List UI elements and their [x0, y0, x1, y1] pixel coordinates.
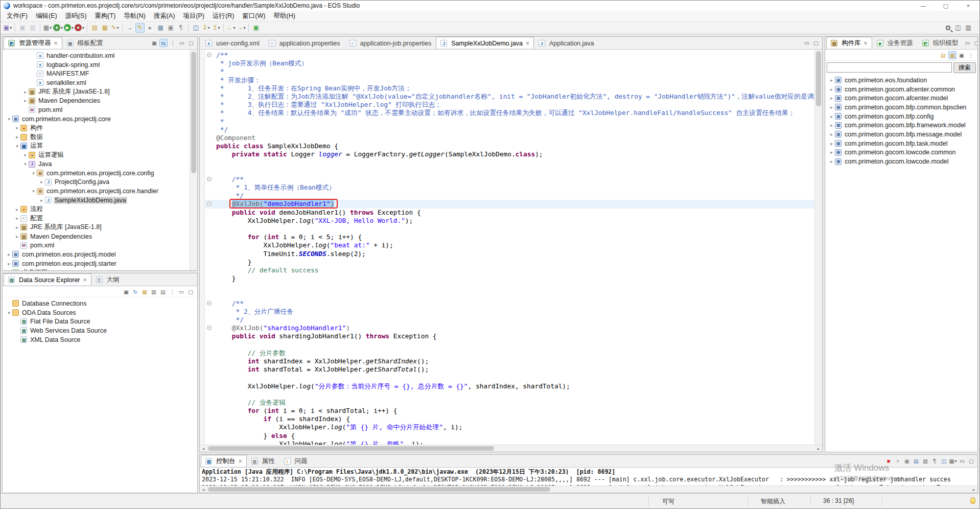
- scrollbar-thumb[interactable]: [208, 446, 494, 451]
- code-line[interactable]: // default success: [205, 266, 814, 274]
- scroll-right-arrow-icon[interactable]: ▸: [815, 445, 822, 452]
- code-line[interactable]: int shardIndex = XxlJobHelper.getShardIn…: [205, 357, 814, 365]
- tab-samplexxljobdemo[interactable]: JSampleXxlJobDemo.java×: [436, 37, 534, 49]
- new-folder-button[interactable]: ▤: [90, 23, 99, 33]
- remove-launch-button[interactable]: ×: [894, 457, 902, 465]
- tree-item[interactable]: ◆业务资源: [3, 268, 197, 271]
- collapse-all-button[interactable]: ▣: [122, 288, 130, 296]
- scroll-left-arrow-icon[interactable]: ◂: [200, 486, 207, 493]
- expander-icon[interactable]: ▾: [14, 144, 20, 149]
- expander-icon[interactable]: ▸: [22, 89, 29, 95]
- expander-icon[interactable]: ▸: [38, 198, 45, 203]
- expander-icon[interactable]: ▸: [828, 96, 835, 101]
- collapse-all-button[interactable]: ▣: [958, 51, 966, 59]
- group-by-project-button[interactable]: ▤: [939, 51, 947, 59]
- code-editor[interactable]: −/** * job开发示例（Bean模式） * * 开发步骤： * 1、任务开…: [205, 50, 814, 445]
- close-icon[interactable]: ×: [54, 40, 58, 47]
- expander-icon[interactable]: ▸: [828, 123, 835, 128]
- menu-refactor[interactable]: 重构(T): [90, 11, 120, 21]
- code-line[interactable]: [205, 390, 814, 399]
- tab-problems[interactable]: !问题: [279, 455, 312, 467]
- tree-item[interactable]: ▾⊞com.primeton.eos.projectlj.core.handle…: [3, 187, 197, 196]
- minimize-view-button[interactable]: ▭: [177, 288, 185, 296]
- view-menu-button[interactable]: ⋮: [168, 288, 176, 296]
- tab-business-resource[interactable]: ◆业务资源: [872, 37, 918, 49]
- tree-item[interactable]: ▸数据: [3, 132, 197, 142]
- code-line[interactable]: */: [205, 316, 814, 324]
- expander-icon[interactable]: ▸: [828, 159, 835, 164]
- tree-item[interactable]: ▾⊞com.primeton.eos.projectlj.core.config: [3, 169, 197, 178]
- code-line[interactable]: XxlJobHelper.log("第 {} 片, 命中分片开始处理", i);: [205, 423, 814, 431]
- code-line[interactable]: XxlJobHelper.log("XXL-JOB, Hello World."…: [205, 217, 814, 225]
- code-line[interactable]: −/**: [205, 51, 814, 59]
- code-line[interactable]: }: [205, 258, 814, 266]
- minimize-button[interactable]: —: [912, 1, 935, 11]
- close-icon[interactable]: ×: [526, 40, 529, 47]
- group-by-category-button[interactable]: ▦: [948, 51, 956, 59]
- menu-project[interactable]: 项目(P): [179, 11, 208, 21]
- expander-icon[interactable]: ▸: [14, 134, 20, 140]
- code-line[interactable]: [205, 283, 814, 291]
- console-output[interactable]: Application [Java 应用程序] C:\Program Files…: [200, 468, 977, 485]
- code-line[interactable]: int shardTotal = XxlJobHelper.getShardTo…: [205, 365, 814, 374]
- menu-window[interactable]: 窗口(W): [238, 11, 269, 21]
- tree-item[interactable]: ▸●流程: [3, 205, 197, 214]
- tree-item[interactable]: ▸▤Maven Dependencies: [3, 96, 197, 105]
- quick-search-icon[interactable]: [943, 23, 952, 33]
- tree-item[interactable]: ▾⊞com.primeton.eos.projectlj.core: [3, 114, 197, 124]
- tree-item[interactable]: ▥Web Services Data Source: [3, 326, 197, 335]
- tree-item[interactable]: ▸▤JRE 系统库 [JavaSE-1.8]: [3, 223, 197, 232]
- expander-icon[interactable]: ▸: [14, 225, 20, 230]
- terminate-button[interactable]: ■: [884, 457, 893, 465]
- scroll-left-arrow-icon[interactable]: ◂: [200, 445, 207, 452]
- tree-item[interactable]: ▥XML Data Source: [3, 335, 197, 344]
- tab-user-config[interactable]: xuser-config.xml: [201, 37, 264, 49]
- tree-item[interactable]: xlogback-spring.xml: [3, 60, 197, 70]
- tree-item[interactable]: ▸⊞com.primeton.gocom.bfp.framework.model: [825, 121, 977, 130]
- java-perspective-button[interactable]: ▥: [964, 23, 973, 33]
- expander-icon[interactable]: ▸: [828, 150, 835, 155]
- tab-outline[interactable]: ☰大纲: [91, 273, 124, 286]
- mark-occurrences-button[interactable]: ✎: [135, 23, 145, 33]
- console-horizontal-scrollbar[interactable]: ◂ ▸: [200, 485, 977, 493]
- pilcrow-button[interactable]: ¶: [176, 23, 185, 33]
- explorer-scrollbar[interactable]: [190, 50, 197, 270]
- expander-icon[interactable]: ▸: [828, 87, 835, 92]
- view-menu-button[interactable]: ⋮: [169, 39, 177, 47]
- code-line[interactable]: [205, 158, 814, 167]
- maximize-view-button[interactable]: ▢: [186, 288, 195, 296]
- expander-icon[interactable]: ▸: [14, 234, 20, 239]
- open-resource-button[interactable]: ▦: [100, 23, 109, 33]
- tree-item[interactable]: Mpom.xml: [3, 105, 197, 114]
- code-line[interactable]: } else {: [205, 432, 814, 440]
- maximize-view-button[interactable]: ▢: [187, 39, 195, 47]
- tab-template-config[interactable]: ▦模板配置: [62, 37, 108, 49]
- code-line[interactable]: * 2、分片广播任务: [205, 308, 814, 316]
- close-icon[interactable]: ×: [83, 276, 87, 284]
- fold-collapse-icon[interactable]: −: [207, 201, 212, 206]
- link-editor-button[interactable]: ⇆: [159, 39, 168, 47]
- fold-collapse-icon[interactable]: −: [207, 53, 212, 57]
- link-button[interactable]: ✎▾: [110, 23, 120, 33]
- collapse-all-button[interactable]: ▣: [150, 39, 158, 47]
- maximize-button[interactable]: ▢: [935, 1, 957, 11]
- code-line[interactable]: XxlJobHelper.log("第 {} 片, 忽略", i);: [205, 440, 814, 445]
- fold-collapse-icon[interactable]: −: [207, 326, 212, 330]
- fold-collapse-icon[interactable]: −: [207, 177, 212, 181]
- close-icon[interactable]: ×: [239, 458, 242, 465]
- scrollbar-thumb[interactable]: [208, 487, 550, 492]
- code-line[interactable]: public void demoJobHandler1() throws Exc…: [205, 209, 814, 217]
- fold-collapse-icon[interactable]: −: [207, 301, 212, 306]
- expander-icon[interactable]: ▸: [828, 114, 835, 119]
- sort-button[interactable]: ▤: [159, 288, 167, 296]
- code-line[interactable]: * 4、任务结果：默认任务结果为 "成功" 状态，不需要主动设置；如有诉求，比如…: [205, 109, 814, 117]
- close-button[interactable]: ×: [957, 1, 979, 11]
- code-line[interactable]: [205, 374, 814, 382]
- minimize-view-button[interactable]: ▭: [964, 39, 972, 47]
- code-line[interactable]: XxlJobHelper.log("beat at:" + i);: [205, 241, 814, 249]
- tab-properties[interactable]: ▤属性: [247, 455, 279, 467]
- maximize-editor-button[interactable]: ▢: [812, 39, 820, 47]
- expander-icon[interactable]: ▸: [828, 105, 835, 110]
- tab-data-source-explorer[interactable]: ▥Data Source Explorer×: [4, 273, 91, 286]
- expander-icon[interactable]: ▸: [22, 98, 29, 103]
